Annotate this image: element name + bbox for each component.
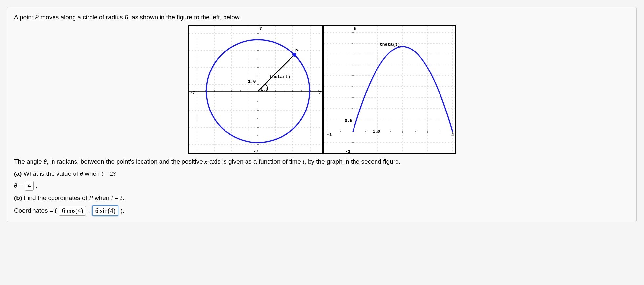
svg-text:-7: -7: [253, 149, 259, 153]
svg-text:1.0: 1.0: [373, 129, 380, 134]
svg-text:7: 7: [319, 91, 321, 95]
part-a-text-1: What is the value of: [22, 170, 80, 177]
part-a-label: (a): [14, 170, 22, 177]
figures-row: P theta(t) 1.0 1.0 7 -7 -7 7: [14, 25, 629, 154]
answer-b-row: Coordinates = ( 6 cos(4) , 6 sin(4) ).: [14, 205, 629, 216]
svg-line-44: [258, 55, 294, 91]
svg-text:7: 7: [259, 26, 262, 31]
coords-close: ).: [120, 207, 124, 214]
coords-comma: ,: [88, 207, 90, 214]
intro-suffix: moves along a circle of radius 6, as sho…: [39, 14, 241, 21]
svg-text:4: 4: [451, 132, 454, 137]
part-a-theta: θ: [80, 170, 83, 177]
desc-part-1: The angle: [14, 158, 44, 165]
problem-container: A point P moves along a circle of radius…: [7, 7, 637, 222]
desc-part-2: , in radians, between the point's locati…: [47, 158, 204, 165]
var-x: x: [204, 158, 207, 165]
part-b-P: P: [89, 194, 93, 201]
intro-prefix: A point: [14, 14, 35, 21]
svg-text:-1: -1: [327, 132, 332, 137]
answer-a-equals: =: [19, 182, 23, 189]
theta-input[interactable]: 4: [25, 181, 34, 191]
figure-circle: P theta(t) 1.0 1.0 7 -7 -7 7: [188, 25, 323, 154]
part-b-label: (b): [14, 194, 22, 201]
part-a-text-2: when: [83, 170, 101, 177]
var-theta: θ: [44, 158, 47, 165]
y-coord-input[interactable]: 6 sin(4): [92, 205, 119, 216]
figure-theta-graph: 5 -1 4 0.5 1.0 -1 theta(t): [323, 25, 456, 154]
part-b-eq: = 2.: [113, 194, 124, 201]
x-coord-input[interactable]: 6 cos(4): [59, 206, 86, 216]
answer-a-theta: θ: [14, 182, 17, 189]
svg-text:-1: -1: [345, 149, 351, 153]
svg-text:1.0: 1.0: [248, 79, 256, 84]
answer-a-period: .: [36, 182, 37, 189]
svg-text:0.5: 0.5: [345, 118, 353, 123]
part-b-text-2: when: [93, 194, 111, 201]
answer-a-row: θ = 4 .: [14, 181, 629, 191]
desc-part-4: , by the graph in the second figure.: [304, 158, 400, 165]
description-text: The angle θ, in radians, between the poi…: [14, 157, 629, 166]
svg-text:theta(t): theta(t): [380, 42, 400, 47]
svg-text:5: 5: [354, 26, 357, 31]
svg-text:1.0: 1.0: [260, 87, 268, 92]
part-a-eq: = 2?: [103, 170, 116, 177]
var-P: P: [35, 14, 39, 21]
part-b: (b) Find the coordinates of P when t = 2…: [14, 193, 629, 203]
intro-text: A point P moves along a circle of radius…: [14, 13, 629, 22]
desc-part-3: -axis is given as a function of time: [207, 158, 303, 165]
svg-text:P: P: [295, 49, 298, 53]
part-a: (a) What is the value of θ when t = 2?: [14, 169, 629, 179]
coords-label: Coordinates = (: [14, 207, 57, 214]
svg-text:theta(t): theta(t): [270, 74, 290, 79]
svg-text:-7: -7: [190, 91, 195, 95]
part-b-text-1: Find the coordinates of: [22, 194, 89, 201]
